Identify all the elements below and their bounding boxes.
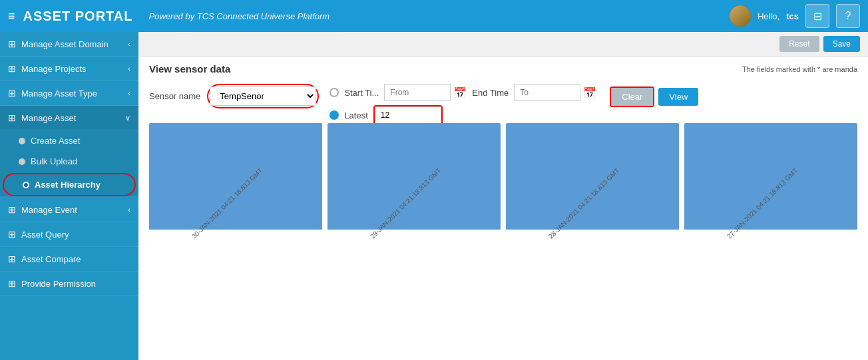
end-time-input[interactable] (514, 84, 580, 101)
grid-icon: ⊞ (8, 204, 16, 215)
sidebar-item-label: Asset Query (21, 230, 69, 240)
end-time-label: End Time (472, 88, 509, 98)
main-layout: ⊞ Manage Asset Domain ‹ ⊞ Manage Project… (0, 32, 868, 360)
sidebar-item-manage-projects[interactable]: ⊞ Manage Projects ‹ (0, 57, 138, 81)
start-calendar-icon[interactable]: 📅 (453, 87, 467, 99)
sensor-select-wrapper: TempSenor (207, 84, 319, 108)
mandatory-note: The fields marked with * are manda (742, 65, 857, 73)
card-icon-button[interactable]: ⊟ (805, 4, 829, 28)
chart-bar-3 (506, 123, 679, 230)
chart-bar-4 (684, 123, 857, 230)
view-sensor-header: View sensor data The fields marked with … (149, 63, 857, 75)
chevron-icon: ‹ (128, 40, 130, 48)
chevron-icon: ‹ (128, 65, 130, 73)
sidebar-item-asset-query[interactable]: ⊞ Asset Query (0, 222, 138, 247)
chart-bar-group-2: 29-JAN-2021 04:21:18.813 GMT (327, 123, 501, 242)
sidebar-sub-item-label: Bulk Upload (31, 156, 77, 166)
sidebar-item-label: Manage Asset (21, 113, 76, 123)
clear-button[interactable]: Clear (611, 88, 653, 106)
chart-bar-1 (149, 123, 322, 230)
app-header: ≡ ASSET PORTAL Powered by TCS Connected … (0, 0, 868, 32)
time-filter-area: Start Ti... 📅 End Time 📅 Late (329, 84, 596, 125)
sidebar-sub-item-label: Asset Hierarchy (35, 180, 101, 190)
end-calendar-icon[interactable]: 📅 (583, 87, 596, 99)
grid-icon: ⊞ (8, 88, 16, 98)
grid-icon: ⊞ (8, 229, 16, 240)
dot-icon (19, 138, 25, 144)
sidebar-item-create-asset[interactable]: Create Asset (0, 130, 138, 151)
grid-icon: ⊞ (8, 254, 16, 264)
avatar (730, 5, 751, 27)
sidebar-item-label: Manage Projects (21, 64, 87, 74)
filter-area: Sensor name TempSenor Start Ti... (149, 84, 857, 125)
app-title: ASSET PORTAL (23, 9, 133, 24)
grid-icon: ⊞ (8, 39, 16, 49)
chart-area: 30-JAN-2021 04:21:18.813 GMT 29-JAN-2021… (149, 136, 857, 282)
sidebar-item-label: Asset Compare (21, 254, 81, 264)
sidebar-item-asset-hierarchy[interactable]: Asset Hierarchy (3, 173, 136, 196)
app-subtitle: Powered by TCS Connected Universe Platfo… (148, 11, 721, 21)
view-button[interactable]: View (658, 88, 698, 106)
chevron-icon: ‹ (128, 206, 130, 214)
sidebar-item-asset-compare[interactable]: ⊞ Asset Compare (0, 247, 138, 271)
chart-bar-group-1: 30-JAN-2021 04:21:18.813 GMT (149, 123, 322, 242)
sidebar-item-label: Manage Asset Domain (21, 39, 108, 49)
sidebar-item-manage-asset-domain[interactable]: ⊞ Manage Asset Domain ‹ (0, 32, 138, 57)
chevron-down-icon: ∨ (125, 114, 130, 122)
start-time-label: Start Ti... (344, 88, 379, 98)
sensor-name-filter: Sensor name TempSenor (149, 84, 319, 108)
main-content-area: Reset Save View sensor data The fields m… (138, 32, 868, 360)
grid-icon: ⊞ (8, 278, 16, 289)
chart-bar-2 (327, 123, 501, 230)
latest-input-wrapper (373, 105, 443, 125)
sidebar-item-label: Manage Asset Type (21, 89, 97, 98)
save-button[interactable]: Save (823, 36, 860, 52)
username-label: tcs (786, 11, 799, 21)
sidebar-item-manage-asset[interactable]: ⊞ Manage Asset ∨ (0, 106, 138, 130)
menu-icon[interactable]: ≡ (8, 9, 15, 23)
grid-icon: ⊞ (8, 63, 16, 74)
grid-icon: ⊞ (8, 112, 16, 123)
help-icon-button[interactable]: ? (836, 4, 860, 28)
sidebar-item-provide-permission[interactable]: ⊞ Provide Permission (0, 271, 138, 296)
latest-input[interactable] (375, 106, 441, 124)
reset-button[interactable]: Reset (779, 36, 819, 52)
dot-icon (19, 158, 25, 165)
sidebar-item-manage-asset-type[interactable]: ⊞ Manage Asset Type ‹ (0, 81, 138, 106)
latest-row: Latest (329, 105, 596, 125)
dot-active-icon (23, 182, 29, 188)
view-sensor-title: View sensor data (149, 63, 230, 75)
sensor-name-select[interactable]: TempSenor (210, 87, 316, 106)
sidebar-item-manage-event[interactable]: ⊞ Manage Event ‹ (0, 198, 138, 222)
topbar: Reset Save (138, 32, 868, 57)
content-panel: View sensor data The fields marked with … (138, 57, 868, 360)
sidebar-sub-item-label: Create Asset (31, 136, 80, 146)
sidebar: ⊞ Manage Asset Domain ‹ ⊞ Manage Project… (0, 32, 138, 360)
manage-asset-submenu: Create Asset Bulk Upload Asset Hierarchy (0, 130, 138, 196)
sensor-name-label: Sensor name (149, 91, 200, 101)
latest-label: Latest (344, 110, 367, 120)
chevron-icon: ‹ (128, 89, 130, 97)
start-end-time-row: Start Ti... 📅 End Time 📅 (329, 84, 596, 101)
sidebar-item-label: Manage Event (21, 205, 77, 215)
clear-button-wrapper: Clear (610, 87, 654, 107)
chart-bar-group-4: 27-JAN-2021 04:21:18.813 GMT (684, 123, 857, 242)
chart-bar-group-3: 28-JAN-2021 04:21:18.813 GMT (506, 123, 679, 242)
sidebar-item-bulk-upload[interactable]: Bulk Upload (0, 151, 138, 172)
hello-label: Hello, (758, 11, 779, 21)
start-time-radio[interactable] (329, 88, 339, 97)
latest-radio[interactable] (329, 110, 339, 120)
sidebar-item-label: Provide Permission (21, 279, 96, 289)
start-time-input[interactable] (384, 84, 451, 101)
header-right: Hello, tcs ⊟ ? (730, 4, 860, 28)
action-buttons: Clear View (610, 84, 698, 107)
